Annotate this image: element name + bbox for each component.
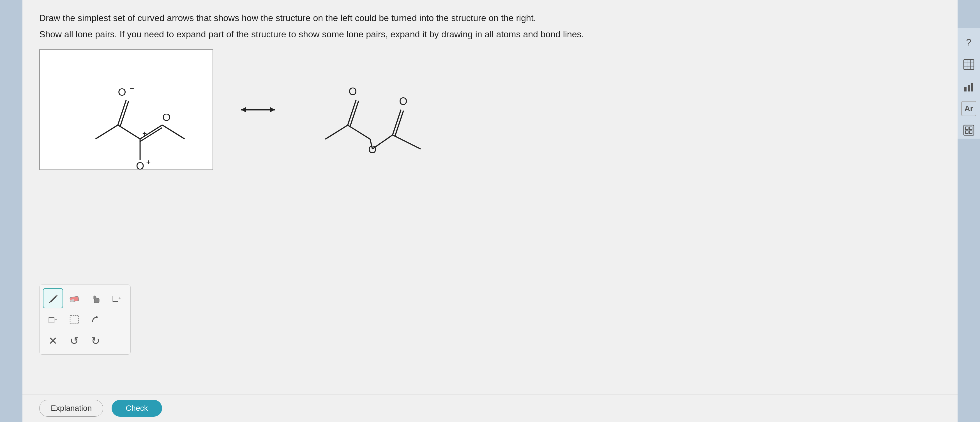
help-icon[interactable]: ? (960, 33, 977, 51)
svg-line-41 (393, 135, 421, 149)
clear-btn[interactable]: ✕ (43, 331, 63, 351)
svg-rect-9 (966, 127, 968, 130)
instructions: Draw the simplest set of curved arrows t… (39, 11, 941, 41)
left-molecule-box[interactable]: O − O + O + (39, 49, 213, 170)
instruction-line2: Show all lone pairs. If you need to expa… (39, 27, 941, 41)
svg-text:O: O (399, 96, 407, 107)
periodic-table-icon[interactable] (960, 56, 977, 73)
svg-line-14 (118, 125, 140, 139)
minus-atom-btn[interactable]: □− (43, 309, 63, 330)
left-molecule-svg: O − O + O + (40, 50, 213, 169)
right-molecule-svg: O O O (303, 49, 471, 170)
hand-tool-btn[interactable] (86, 288, 106, 308)
svg-rect-0 (964, 59, 974, 70)
toolbar: □+ □− ✕ ↺ ↻ (39, 285, 130, 355)
check-button[interactable]: Check (111, 400, 162, 417)
arrow-container (235, 99, 280, 121)
svg-marker-29 (270, 107, 275, 113)
svg-line-13 (95, 125, 118, 139)
structure-icon[interactable] (960, 122, 977, 139)
content-area: Draw the simplest set of curved arrows t… (22, 0, 958, 394)
instruction-line1: Draw the simplest set of curved arrows t… (39, 11, 941, 25)
redo-btn[interactable]: ↻ (86, 331, 106, 351)
pencil-tool-btn[interactable] (43, 288, 63, 308)
svg-marker-28 (241, 107, 246, 113)
ar-icon[interactable]: Ar (961, 101, 976, 116)
bottom-bar: Explanation Check (22, 394, 958, 422)
add-atom-btn[interactable]: □+ (107, 288, 127, 308)
svg-rect-6 (968, 85, 970, 91)
svg-rect-7 (971, 83, 973, 91)
chart-icon[interactable] (960, 78, 977, 96)
svg-text:O: O (162, 111, 170, 123)
right-molecule: O O O (303, 49, 471, 170)
svg-text:−: − (130, 84, 134, 93)
svg-text:O: O (368, 144, 377, 156)
svg-text:+: + (146, 158, 151, 166)
svg-text:O: O (136, 160, 144, 169)
undo-btn[interactable]: ↺ (64, 331, 84, 351)
svg-text:O: O (118, 86, 126, 98)
explanation-button[interactable]: Explanation (39, 400, 103, 417)
dotted-box-btn[interactable] (64, 309, 84, 330)
svg-rect-11 (966, 131, 968, 134)
svg-line-37 (372, 135, 393, 149)
svg-line-34 (348, 125, 370, 139)
curved-arrow-btn[interactable] (86, 309, 106, 330)
svg-line-30 (325, 125, 348, 139)
svg-rect-12 (969, 131, 972, 134)
svg-rect-5 (964, 87, 967, 91)
eraser-tool-btn[interactable] (64, 288, 84, 308)
svg-text:O: O (348, 86, 357, 97)
main-container: Draw the simplest set of curved arrows t… (22, 0, 958, 422)
double-arrow-svg (235, 99, 280, 121)
svg-rect-10 (969, 127, 972, 130)
right-sidebar: ? Ar (958, 28, 980, 139)
svg-rect-45 (70, 315, 78, 324)
svg-marker-46 (96, 316, 98, 318)
svg-rect-44 (94, 296, 95, 300)
svg-line-25 (162, 125, 185, 139)
drawing-area: O − O + O + (39, 49, 941, 170)
svg-text:+: + (142, 129, 146, 138)
